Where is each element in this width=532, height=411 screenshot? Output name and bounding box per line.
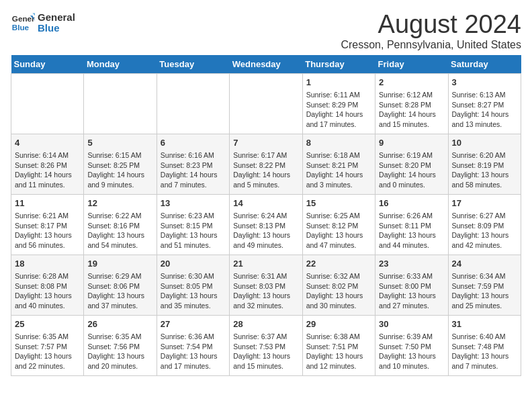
day-number: 25 [15, 318, 80, 330]
day-info: Sunset: 7:59 PM [452, 281, 517, 291]
day-info: Sunrise: 6:38 AM [306, 332, 371, 342]
day-info: Sunset: 8:22 PM [233, 161, 298, 171]
day-of-week-header: Sunday [11, 55, 84, 74]
calendar-cell: 21Sunrise: 6:31 AMSunset: 8:03 PMDayligh… [230, 255, 302, 315]
day-number: 22 [306, 258, 371, 270]
calendar-cell: 11Sunrise: 6:21 AMSunset: 8:17 PMDayligh… [11, 194, 84, 255]
day-number: 28 [233, 318, 298, 330]
day-info: Sunset: 8:09 PM [452, 221, 517, 231]
calendar-cell: 14Sunrise: 6:24 AMSunset: 8:13 PMDayligh… [230, 194, 302, 255]
day-info: Sunrise: 6:16 AM [161, 150, 226, 161]
day-number: 8 [306, 137, 371, 149]
calendar-cell: 29Sunrise: 6:38 AMSunset: 7:51 PMDayligh… [302, 315, 375, 375]
day-info: Sunset: 8:12 PM [306, 221, 371, 231]
day-info: Sunrise: 6:27 AM [452, 211, 517, 221]
day-info: Daylight: 13 hours and 37 minutes. [87, 291, 152, 310]
day-number: 30 [379, 318, 444, 330]
day-info: Sunset: 8:29 PM [306, 100, 371, 110]
calendar-cell: 30Sunrise: 6:39 AMSunset: 7:50 PMDayligh… [375, 315, 448, 375]
day-info: Daylight: 13 hours and 56 minutes. [15, 230, 80, 250]
day-number: 14 [233, 197, 298, 210]
day-info: Daylight: 13 hours and 25 minutes. [452, 291, 517, 310]
day-info: Sunrise: 6:28 AM [15, 271, 80, 281]
day-number: 24 [452, 258, 517, 270]
day-info: Daylight: 13 hours and 49 minutes. [233, 230, 298, 250]
day-info: Daylight: 13 hours and 27 minutes. [379, 291, 444, 310]
calendar-week-row: 1Sunrise: 6:11 AMSunset: 8:29 PMDaylight… [11, 73, 521, 134]
day-info: Sunset: 8:08 PM [15, 281, 80, 291]
day-info: Sunset: 8:06 PM [87, 281, 152, 291]
calendar-cell [230, 73, 302, 134]
calendar-week-row: 25Sunrise: 6:35 AMSunset: 7:57 PMDayligh… [11, 315, 521, 375]
day-info: Sunrise: 6:34 AM [452, 271, 517, 281]
day-number: 27 [161, 318, 226, 330]
day-number: 18 [15, 258, 80, 270]
day-info: Daylight: 14 hours and 3 minutes. [306, 170, 371, 189]
day-of-week-header: Monday [84, 55, 157, 74]
day-info: Daylight: 14 hours and 11 minutes. [15, 170, 80, 189]
day-info: Sunset: 7:57 PM [15, 342, 80, 352]
calendar-cell: 7Sunrise: 6:17 AMSunset: 8:22 PMDaylight… [230, 134, 302, 194]
day-info: Sunset: 8:28 PM [379, 100, 444, 110]
day-number: 1 [306, 77, 371, 89]
day-number: 23 [379, 258, 444, 270]
day-number: 6 [161, 137, 226, 149]
day-info: Daylight: 13 hours and 7 minutes. [452, 351, 517, 371]
calendar-cell: 5Sunrise: 6:15 AMSunset: 8:25 PMDaylight… [84, 134, 157, 194]
day-info: Daylight: 13 hours and 17 minutes. [161, 351, 226, 371]
calendar-week-row: 18Sunrise: 6:28 AMSunset: 8:08 PMDayligh… [11, 255, 521, 315]
day-info: Sunset: 8:26 PM [15, 161, 80, 171]
day-info: Sunset: 8:25 PM [87, 161, 152, 171]
svg-text:General: General [12, 14, 35, 23]
calendar-cell: 13Sunrise: 6:23 AMSunset: 8:15 PMDayligh… [157, 194, 229, 255]
day-of-week-header: Wednesday [230, 55, 302, 74]
calendar-week-row: 4Sunrise: 6:14 AMSunset: 8:26 PMDaylight… [11, 134, 521, 194]
calendar-cell: 10Sunrise: 6:20 AMSunset: 8:19 PMDayligh… [448, 134, 521, 194]
day-number: 19 [87, 258, 152, 270]
day-info: Sunset: 7:56 PM [87, 342, 152, 352]
day-info: Daylight: 13 hours and 47 minutes. [306, 230, 371, 250]
calendar-body: 1Sunrise: 6:11 AMSunset: 8:29 PMDaylight… [11, 73, 521, 375]
day-info: Sunrise: 6:11 AM [306, 90, 371, 100]
day-info: Sunset: 8:11 PM [379, 221, 444, 231]
day-info: Daylight: 14 hours and 17 minutes. [306, 109, 371, 129]
day-number: 7 [233, 137, 298, 149]
calendar-cell: 23Sunrise: 6:33 AMSunset: 8:00 PMDayligh… [375, 255, 448, 315]
logo: General Blue General Blue [11, 11, 75, 35]
calendar-cell: 20Sunrise: 6:30 AMSunset: 8:05 PMDayligh… [157, 255, 229, 315]
calendar-cell: 1Sunrise: 6:11 AMSunset: 8:29 PMDaylight… [302, 73, 375, 134]
day-info: Sunset: 7:53 PM [233, 342, 298, 352]
calendar-cell: 6Sunrise: 6:16 AMSunset: 8:23 PMDaylight… [157, 134, 229, 194]
page-subtitle: Cresson, Pennsylvania, United States [341, 39, 521, 51]
day-number: 21 [233, 258, 298, 270]
day-info: Sunset: 7:51 PM [306, 342, 371, 352]
day-number: 11 [15, 197, 80, 210]
calendar-cell: 3Sunrise: 6:13 AMSunset: 8:27 PMDaylight… [448, 73, 521, 134]
calendar-week-row: 11Sunrise: 6:21 AMSunset: 8:17 PMDayligh… [11, 194, 521, 255]
day-number: 16 [379, 197, 444, 210]
day-info: Sunset: 8:17 PM [15, 221, 80, 231]
day-info: Sunset: 8:21 PM [306, 161, 371, 171]
day-number: 9 [379, 137, 444, 149]
calendar-cell: 12Sunrise: 6:22 AMSunset: 8:16 PMDayligh… [84, 194, 157, 255]
calendar-cell: 24Sunrise: 6:34 AMSunset: 7:59 PMDayligh… [448, 255, 521, 315]
day-info: Daylight: 13 hours and 10 minutes. [379, 351, 444, 371]
day-info: Sunset: 7:50 PM [379, 342, 444, 352]
calendar-cell [157, 73, 229, 134]
day-number: 10 [452, 137, 517, 149]
day-info: Sunrise: 6:19 AM [379, 150, 444, 161]
day-info: Daylight: 13 hours and 42 minutes. [452, 230, 517, 250]
day-info: Daylight: 13 hours and 44 minutes. [379, 230, 444, 250]
day-info: Sunset: 8:16 PM [87, 221, 152, 231]
day-info: Daylight: 13 hours and 30 minutes. [306, 291, 371, 310]
day-info: Sunrise: 6:31 AM [233, 271, 298, 281]
calendar-cell: 15Sunrise: 6:25 AMSunset: 8:12 PMDayligh… [302, 194, 375, 255]
day-info: Daylight: 13 hours and 51 minutes. [161, 230, 226, 250]
calendar-cell [84, 73, 157, 134]
day-info: Sunset: 7:54 PM [161, 342, 226, 352]
day-info: Daylight: 14 hours and 15 minutes. [379, 109, 444, 129]
day-info: Sunrise: 6:24 AM [233, 211, 298, 221]
day-number: 2 [379, 77, 444, 89]
day-info: Sunset: 8:23 PM [161, 161, 226, 171]
day-info: Sunset: 8:19 PM [452, 161, 517, 171]
